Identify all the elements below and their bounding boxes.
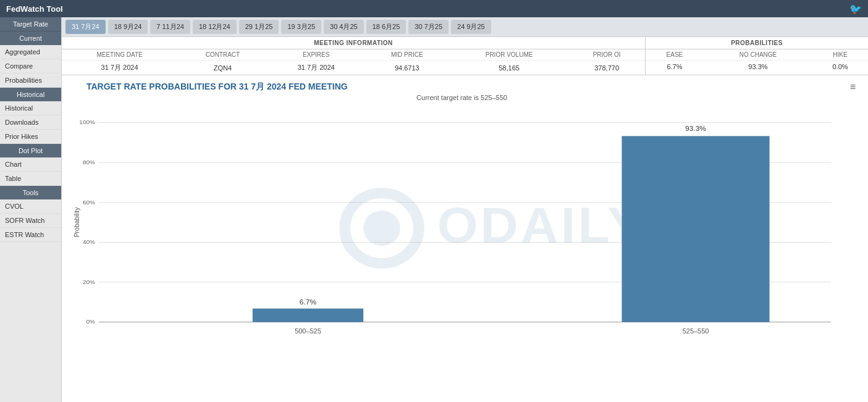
tab-29-1-25[interactable]: 29 1月25 <box>239 20 279 34</box>
tab-18-12-24[interactable]: 18 12月24 <box>193 20 237 34</box>
svg-text:20%: 20% <box>83 278 95 285</box>
svg-text:0%: 0% <box>86 319 95 325</box>
probabilities-row: 6.7% 93.3% 0.0% <box>646 61 868 73</box>
tab-24-9-25[interactable]: 24 9月25 <box>451 20 491 34</box>
watermark: ODAILY <box>345 193 644 264</box>
sidebar-section-current[interactable]: Current <box>0 31 61 45</box>
svg-point-15 <box>363 211 400 246</box>
cell-hike: 0.0% <box>812 61 868 73</box>
bar-500-525 <box>253 309 363 322</box>
probabilities-table: EASE NO CHANGE HIKE 6.7% 93.3% 0.0% <box>646 49 868 73</box>
col-meeting-date: MEETING DATE <box>62 49 177 61</box>
col-contract: CONTRACT <box>177 49 268 61</box>
tab-7-11-24[interactable]: 7 11月24 <box>150 20 190 34</box>
bar-label-525-550: 93.3% <box>685 124 706 132</box>
probabilities-header: PROBABILITIES <box>646 37 868 49</box>
col-expires: EXPIRES <box>268 49 364 61</box>
sidebar-item-prior-hikes[interactable]: Prior Hikes <box>0 130 61 144</box>
col-mid-price: MID PRICE <box>364 49 450 61</box>
sidebar-section-dot-plot[interactable]: Dot Plot <box>0 144 61 157</box>
hamburger-icon[interactable]: ≡ <box>850 82 856 93</box>
svg-text:ODAILY: ODAILY <box>437 198 645 254</box>
col-hike: HIKE <box>812 49 868 61</box>
cell-prior-oi: 378,770 <box>568 61 645 75</box>
svg-text:80%: 80% <box>83 159 95 165</box>
sidebar-item-probabilities[interactable]: Probabilities <box>0 73 61 88</box>
cell-contract: ZQN4 <box>177 61 268 75</box>
main-content: 31 7月24 18 9月24 7 11月24 18 12月24 29 1月25… <box>62 17 868 402</box>
chart-svg: Probability 0% 20% 40% 60% 80% 100% <box>68 105 856 340</box>
meeting-info-table: MEETING DATE CONTRACT EXPIRES MID PRICE … <box>62 49 645 75</box>
chart-area: TARGET RATE PROBABILITIES FOR 31 7月 2024… <box>62 75 868 402</box>
chart-title: TARGET RATE PROBABILITIES FOR 31 7月 2024… <box>86 82 856 93</box>
sidebar-item-table[interactable]: Table <box>0 172 61 186</box>
col-no-change: NO CHANGE <box>704 49 812 61</box>
info-panel: MEETING INFORMATION MEETING DATE CONTRAC… <box>62 37 868 75</box>
sidebar-item-chart[interactable]: Chart <box>0 157 61 172</box>
sidebar-item-estr-watch[interactable]: ESTR Watch <box>0 228 61 242</box>
cell-mid-price: 94.6713 <box>364 61 450 75</box>
cell-meeting-date: 31 7月 2024 <box>62 61 177 75</box>
svg-text:60%: 60% <box>83 199 95 206</box>
tab-18-9-24[interactable]: 18 9月24 <box>108 20 148 34</box>
col-ease: EASE <box>646 49 704 61</box>
topbar: FedWatch Tool 🐦 <box>0 0 868 17</box>
bar-xlabel-525-550: 525–550 <box>683 328 709 335</box>
sidebar-item-sofr-watch[interactable]: SOFR Watch <box>0 214 61 228</box>
sidebar: Target Rate Current Aggregated Compare P… <box>0 17 62 402</box>
col-prior-oi: PRIOR OI <box>568 49 645 61</box>
sidebar-section-tools[interactable]: Tools <box>0 186 61 199</box>
cell-ease: 6.7% <box>646 61 704 73</box>
tab-30-4-25[interactable]: 30 4月25 <box>324 20 364 34</box>
bar-label-500-525: 6.7% <box>300 298 316 306</box>
tab-18-6-25[interactable]: 18 6月25 <box>366 20 407 34</box>
cell-expires: 31 7月 2024 <box>268 61 364 75</box>
probabilities-section: PROBABILITIES EASE NO CHANGE HIKE 6.7% 9… <box>646 37 868 75</box>
sidebar-item-aggregated[interactable]: Aggregated <box>0 45 61 59</box>
tab-19-3-25[interactable]: 19 3月25 <box>281 20 321 34</box>
bar-xlabel-500-525: 500–525 <box>295 328 321 335</box>
cell-no-change: 93.3% <box>704 61 812 73</box>
col-prior-volume: PRIOR VOLUME <box>450 49 568 61</box>
sidebar-item-historical[interactable]: Historical <box>0 101 61 115</box>
meeting-info-section: MEETING INFORMATION MEETING DATE CONTRAC… <box>62 37 646 75</box>
tab-31-7-24[interactable]: 31 7月24 <box>65 20 106 34</box>
sidebar-item-cvol[interactable]: CVOL <box>0 199 61 214</box>
svg-text:100%: 100% <box>79 119 95 126</box>
cell-prior-volume: 58,165 <box>450 61 568 75</box>
chart-subtitle: Current target rate is 525–550 <box>68 94 856 101</box>
target-rate-button[interactable]: Target Rate <box>0 17 61 31</box>
svg-text:40%: 40% <box>83 238 95 245</box>
sidebar-item-compare[interactable]: Compare <box>0 59 61 73</box>
meeting-info-header: MEETING INFORMATION <box>62 37 645 49</box>
app-title: FedWatch Tool <box>6 4 63 14</box>
twitter-icon[interactable]: 🐦 <box>849 3 862 15</box>
svg-text:Probability: Probability <box>73 207 80 237</box>
sidebar-item-downloads[interactable]: Downloads <box>0 115 61 130</box>
tab-30-7-25[interactable]: 30 7月25 <box>408 20 449 34</box>
meeting-info-row: 31 7月 2024 ZQN4 31 7月 2024 94.6713 58,16… <box>62 61 645 75</box>
tabs-row: 31 7月24 18 9月24 7 11月24 18 12月24 29 1月25… <box>62 17 868 37</box>
sidebar-section-historical[interactable]: Historical <box>0 88 61 101</box>
